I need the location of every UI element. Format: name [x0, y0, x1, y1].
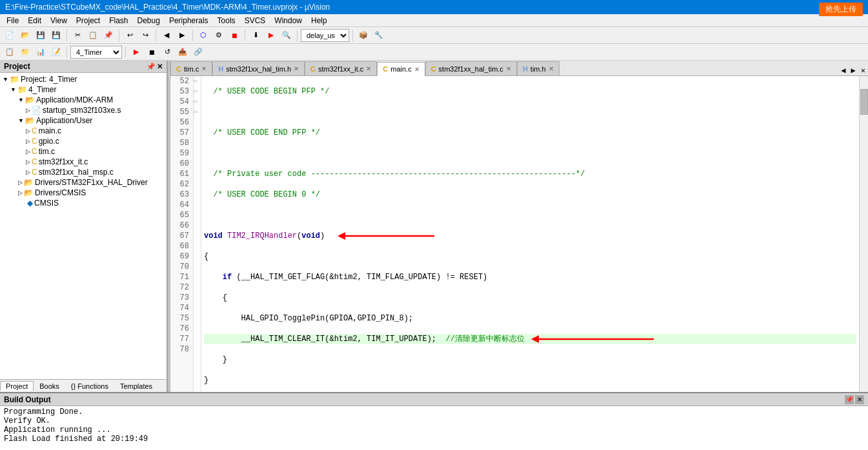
- build-btn[interactable]: ⬡: [196, 28, 210, 43]
- code-lines[interactable]: /* USER CODE BEGIN PFP */ /* USER CODE E…: [201, 76, 859, 392]
- panel-pin-btn[interactable]: 📌: [146, 63, 156, 71]
- tree-project-root[interactable]: ▼ 📁 Project: 4_Timer: [0, 74, 167, 84]
- tree-expand-icon: ▷: [26, 159, 30, 165]
- tree-stm32-msp-c[interactable]: ▷ C stm32f1xx_hal_msp.c: [0, 167, 167, 177]
- nav-fwd-btn[interactable]: ▶: [175, 28, 189, 43]
- menu-tools[interactable]: Tools: [214, 15, 239, 26]
- right-scrollbar[interactable]: [859, 76, 868, 392]
- menu-debug[interactable]: Debug: [134, 15, 164, 26]
- tree-stm32-it-c[interactable]: ▷ C stm32f1xx_it.c: [0, 157, 167, 167]
- tab-tim-c[interactable]: C tim.c ✕: [170, 61, 212, 75]
- tab-main-c[interactable]: C main.c ✕: [377, 62, 425, 76]
- code-scroll[interactable]: 52 53 54 55 56 57 58 59 60 61 62 63 64 6…: [170, 76, 868, 392]
- tree-label: stm32f1xx_it.c: [39, 157, 88, 166]
- tree-app-mdk[interactable]: ▼ 📂 Application/MDK-ARM: [0, 95, 167, 105]
- tab-close-btn[interactable]: ✕: [294, 65, 299, 72]
- fold-btn-60[interactable]: ▭: [194, 76, 201, 86]
- build-line-2: Verify OK.: [4, 416, 864, 426]
- build-pin-btn[interactable]: 📌: [845, 395, 854, 404]
- tab-stm32-hal-tim-c[interactable]: C stm32f1xx_hal_tim.c ✕: [425, 61, 517, 75]
- tab-nav-left[interactable]: ◀: [838, 66, 848, 75]
- code-line-56: /* Private user code -------------------…: [204, 169, 856, 179]
- menu-svcs[interactable]: SVCS: [241, 15, 270, 26]
- menu-view[interactable]: View: [46, 15, 71, 26]
- tree-cmsis[interactable]: ◆ CMSIS: [0, 198, 167, 208]
- tree-4timer[interactable]: ▼ 📁 4_Timer: [0, 84, 167, 95]
- tb2-btn3[interactable]: 📊: [34, 45, 48, 59]
- tb2-btn1[interactable]: 📋: [3, 45, 17, 59]
- code-line-66: }: [204, 375, 856, 386]
- menu-edit[interactable]: Edit: [24, 15, 45, 26]
- tree-expand-icon: ▷: [26, 169, 30, 175]
- tab-close-all[interactable]: ✕: [858, 66, 868, 75]
- file-icon: C: [32, 157, 37, 166]
- function-combo[interactable]: delay_us: [301, 29, 349, 42]
- fold-btn-74[interactable]: ▭: [194, 107, 201, 117]
- open-btn[interactable]: 📂: [18, 28, 32, 43]
- proj-tab-functions[interactable]: {} Functions: [65, 381, 114, 391]
- proj-tab-templates[interactable]: Templates: [114, 381, 158, 391]
- nav-back-btn[interactable]: ◀: [159, 28, 174, 43]
- target-combo[interactable]: 4_Timer: [70, 46, 122, 59]
- tb2-extra-btn[interactable]: 📤: [176, 45, 190, 59]
- tab-stm32-it-c[interactable]: C stm32f1xx_it.c ✕: [305, 61, 377, 75]
- menu-project[interactable]: Project: [72, 15, 104, 26]
- save-btn[interactable]: 💾: [34, 28, 48, 43]
- new-file-btn[interactable]: 📄: [3, 28, 17, 43]
- tb2-stop-btn[interactable]: ⏹: [145, 45, 159, 59]
- proj-tab-books[interactable]: Books: [34, 381, 65, 391]
- tab-close-btn[interactable]: ✕: [549, 65, 554, 72]
- rebuild-btn[interactable]: ⚙: [212, 28, 226, 43]
- tree-expand-icon: ▷: [26, 148, 30, 155]
- tb2-btn2[interactable]: 📁: [18, 45, 32, 59]
- tab-nav-right[interactable]: ▶: [849, 66, 858, 75]
- menu-flash[interactable]: Flash: [105, 15, 132, 26]
- menu-peripherals[interactable]: Peripherals: [165, 15, 212, 26]
- extra-btn1[interactable]: 📦: [356, 28, 370, 43]
- tree-startup[interactable]: ▷ 📄 startup_stm32f103xe.s: [0, 105, 167, 115]
- tb2-extra-btn2[interactable]: 🔗: [191, 45, 205, 59]
- file-icon: C: [32, 137, 37, 146]
- search-btn[interactable]: 🔍: [279, 28, 294, 43]
- stop-btn[interactable]: ⏹: [227, 28, 241, 43]
- cut-btn[interactable]: ✂: [70, 28, 85, 43]
- menu-file[interactable]: File: [3, 15, 23, 26]
- paste-btn[interactable]: 📌: [101, 28, 116, 43]
- scroll-thumb[interactable]: [860, 89, 868, 115]
- tab-close-btn[interactable]: ✕: [506, 65, 511, 72]
- code-line-59: void TIM2_IRQHandler(void): [204, 231, 856, 241]
- debug-start-btn[interactable]: ▶: [264, 28, 278, 43]
- tab-tim-h[interactable]: H tim.h ✕: [517, 61, 560, 75]
- tb2-run-btn[interactable]: ▶: [129, 45, 143, 59]
- menu-bar: File Edit View Project Flash Debug Perip…: [0, 14, 868, 27]
- download-btn[interactable]: ⬇: [248, 28, 263, 43]
- tab-stm32-hal-tim-h[interactable]: H stm32f1xx_hal_tim.h ✕: [212, 61, 305, 75]
- fold-btn-69[interactable]: ▭: [194, 97, 201, 107]
- copy-btn[interactable]: 📋: [86, 28, 100, 43]
- panel-close-btn[interactable]: ✕: [157, 63, 163, 71]
- redo-btn[interactable]: ↪: [138, 28, 152, 43]
- tb2-btn4[interactable]: 📝: [49, 45, 63, 59]
- tab-close-btn[interactable]: ✕: [414, 66, 419, 73]
- tab-icon: C: [310, 65, 316, 73]
- tree-drivers-hal[interactable]: ▷ 📂 Drivers/STM32F1xx_HAL_Driver: [0, 177, 167, 188]
- tab-close-btn[interactable]: ✕: [366, 65, 371, 72]
- tree-app-user[interactable]: ▼ 📂 Application/User: [0, 115, 167, 126]
- tree-tim-c[interactable]: ▷ C tim.c: [0, 146, 167, 157]
- tab-close-btn[interactable]: ✕: [201, 65, 207, 72]
- tb2-reload-btn[interactable]: ↺: [160, 45, 174, 59]
- undo-btn[interactable]: ↩: [123, 28, 137, 43]
- extra-btn2[interactable]: 🔧: [372, 28, 386, 43]
- menu-help[interactable]: Help: [307, 15, 331, 26]
- upload-button[interactable]: 抢先上传: [819, 3, 863, 16]
- fold-btn-62[interactable]: ▭: [194, 86, 201, 97]
- build-close-btn[interactable]: ✕: [855, 395, 864, 404]
- proj-tab-project[interactable]: Project: [0, 381, 34, 391]
- panel-controls: 📌 ✕: [146, 63, 163, 71]
- tree-main-c[interactable]: ▷ C main.c: [0, 126, 167, 136]
- save-all-btn[interactable]: 💾: [49, 28, 63, 43]
- tree-label: Drivers/STM32F1xx_HAL_Driver: [35, 178, 148, 187]
- menu-window[interactable]: Window: [270, 15, 306, 26]
- tree-gpio-c[interactable]: ▷ C gpio.c: [0, 136, 167, 146]
- tree-drivers-cmsis[interactable]: ▷ 📂 Drivers/CMSIS: [0, 188, 167, 198]
